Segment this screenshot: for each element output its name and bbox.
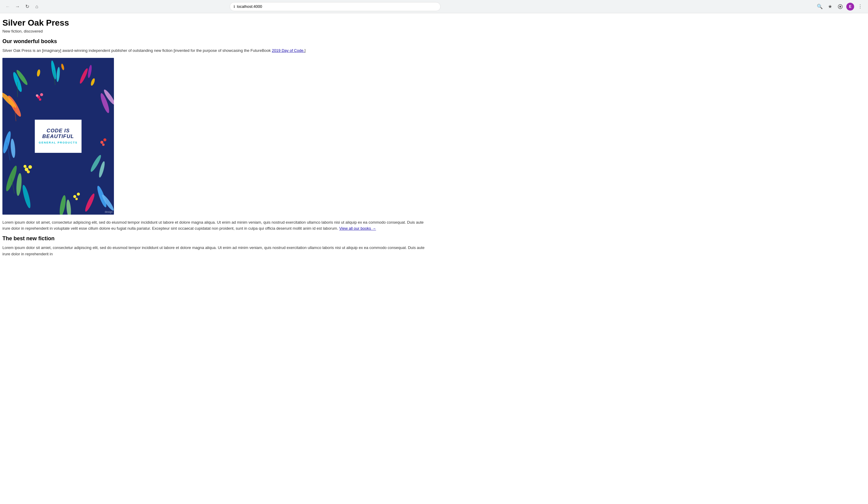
menu-button[interactable]: ⋮ — [856, 2, 865, 11]
svg-point-31 — [102, 143, 105, 146]
search-button[interactable]: 🔍 — [816, 2, 824, 11]
book-cover-credit: design — [105, 210, 113, 214]
svg-point-1 — [839, 6, 841, 8]
day-of-code-link[interactable]: 2019 Day of Code. — [272, 48, 304, 53]
page-content: Silver Oak Press New fiction, discovered… — [0, 13, 434, 262]
svg-point-40 — [75, 198, 78, 200]
bookmark-button[interactable]: ★ — [826, 2, 834, 11]
nav-buttons: ← → ↻ ⌂ — [3, 2, 41, 11]
book-publisher: GENERAL PRODUCTS — [39, 141, 78, 144]
svg-point-29 — [100, 141, 103, 144]
section-description-text-1: Silver Oak Press is an [imaginary] award… — [2, 48, 272, 53]
book-title: CODE IS BEAUTIFUL — [42, 128, 74, 139]
svg-point-28 — [36, 94, 38, 97]
section-description-text-2: ] — [304, 48, 306, 53]
profile-avatar[interactable]: E — [846, 3, 854, 11]
section-heading: Our wonderful books — [2, 38, 432, 45]
site-title: Silver Oak Press — [2, 18, 432, 28]
address-bar[interactable]: ℹ localhost:4000 — [230, 2, 441, 11]
svg-point-39 — [77, 193, 80, 196]
lorem-paragraph: Lorem ipsum dolor sit amet, consectetur … — [2, 219, 432, 232]
svg-point-30 — [103, 138, 106, 141]
forward-button[interactable]: → — [13, 2, 22, 11]
site-tagline: New fiction, discovered — [2, 29, 432, 33]
best-fiction-heading: The best new fiction — [2, 235, 432, 242]
svg-point-38 — [73, 195, 76, 198]
svg-point-23 — [27, 170, 30, 173]
book-cover-label: CODE IS BEAUTIFUL GENERAL PRODUCTS — [35, 120, 82, 153]
svg-point-24 — [23, 165, 27, 168]
section-description: Silver Oak Press is an [imaginary] award… — [2, 48, 432, 54]
reload-button[interactable]: ↻ — [23, 2, 31, 11]
svg-point-26 — [40, 93, 43, 96]
lorem-paragraph-2: Lorem ipsum dolor sit amiet, consectetur… — [2, 245, 432, 257]
back-button[interactable]: ← — [3, 2, 12, 11]
browser-chrome: ← → ↻ ⌂ ℹ localhost:4000 🔍 ★ E ⋮ — [0, 0, 868, 13]
view-all-books-link[interactable]: View all our books → — [339, 226, 376, 230]
book-cover: CODE IS BEAUTIFUL GENERAL PRODUCTS desig… — [2, 58, 114, 215]
home-button[interactable]: ⌂ — [32, 2, 41, 11]
svg-point-22 — [28, 165, 32, 169]
svg-point-27 — [39, 98, 41, 101]
browser-actions: 🔍 ★ E ⋮ — [816, 2, 865, 11]
extension-button[interactable] — [836, 2, 845, 11]
url-display: localhost:4000 — [237, 4, 437, 9]
lock-icon: ℹ — [234, 4, 235, 9]
